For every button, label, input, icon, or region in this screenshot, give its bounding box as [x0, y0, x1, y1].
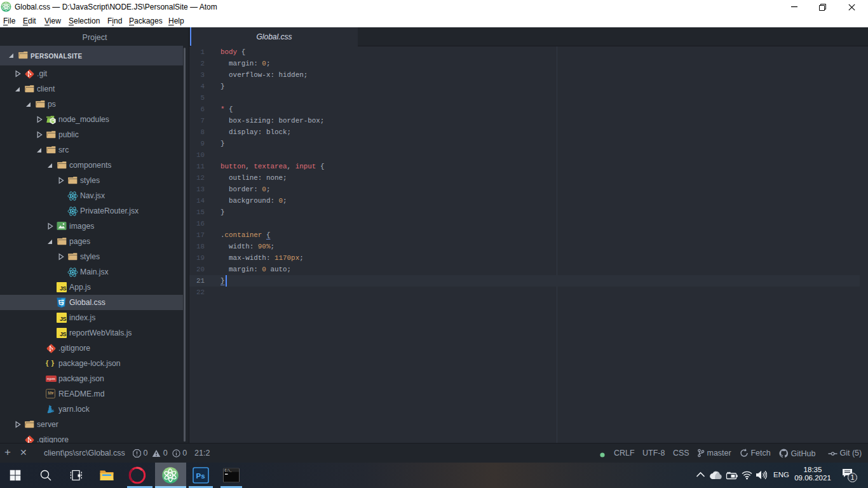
svg-text:Ps: Ps	[196, 472, 205, 480]
svg-text:C:\_: C:\_	[225, 469, 232, 472]
